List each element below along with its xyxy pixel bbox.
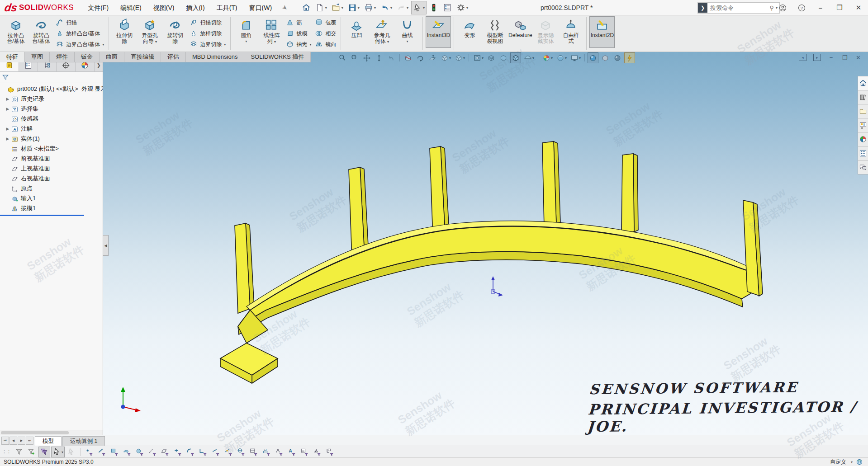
show-hidden-bodies-button[interactable]: 显示隐藏实体 [533, 16, 558, 48]
tree-item-imported[interactable]: 输入1 [0, 193, 103, 203]
filter-dimensions-icon[interactable]: 12 [261, 447, 272, 457]
menu-edit[interactable]: 编辑(E) [114, 0, 147, 15]
redo-icon[interactable]: ▾ [395, 1, 410, 14]
rollback-bar[interactable] [0, 215, 84, 216]
first-tab-icon[interactable]: ⏮ [1, 437, 9, 445]
rib-button[interactable]: 筋 [284, 17, 313, 28]
filter-planes-icon[interactable] [159, 447, 171, 457]
motion-study-tab[interactable]: 运动算例 1 [62, 436, 105, 446]
open-icon[interactable]: ▾ [330, 1, 345, 14]
indent-button[interactable]: 压凹 [344, 16, 369, 48]
filter-edges-icon[interactable] [96, 447, 108, 457]
deform-button[interactable]: 变形 [457, 16, 482, 48]
tree-item-history[interactable]: ▶历史记录 [0, 94, 103, 104]
restore-icon[interactable]: ❐ [830, 0, 849, 15]
rotate-view-icon[interactable] [415, 52, 426, 63]
user-account-icon[interactable] [773, 0, 792, 15]
select-icon[interactable]: ▾ [411, 1, 427, 14]
tree-item-material[interactable]: 材质 <未指定> [0, 144, 103, 154]
custom-properties-icon[interactable] [858, 146, 868, 160]
tree-item-origin[interactable]: 原点 [0, 184, 103, 193]
view-palette-icon[interactable] [858, 118, 868, 132]
tab-sketch[interactable]: 草图 [25, 52, 50, 62]
scrollbar-thumb[interactable] [1, 431, 69, 434]
command-search[interactable]: ❯ ⚲ ▾ [697, 2, 780, 14]
filter-options-icon[interactable] [26, 447, 38, 457]
tab-solidworks-addins[interactable]: SOLIDWORKS 插件 [244, 52, 311, 62]
swept-boss-button[interactable]: 扫描 [54, 17, 106, 28]
extruded-boss-base-button[interactable]: 拉伸凸台/基体 [3, 16, 28, 48]
design-library-icon[interactable] [858, 90, 868, 104]
tree-item-draftf[interactable]: 拔模1 [0, 203, 103, 213]
model-tab[interactable]: 模型 [35, 436, 62, 446]
last-tab-icon[interactable]: ⏭ [26, 437, 33, 445]
undo-icon[interactable]: ▾ [379, 1, 394, 14]
close-document-icon[interactable]: ✕ [855, 54, 862, 61]
tab-mbd-dimensions[interactable]: MBD Dimensions [186, 52, 244, 62]
customize-dropdown-icon[interactable]: ▾ [851, 460, 853, 464]
toggle-selection-filters-icon[interactable] [38, 447, 50, 457]
filter-midpoints-icon[interactable] [223, 447, 234, 457]
ambient-occlusion-icon[interactable] [612, 52, 623, 63]
filter-sketch-segments-icon[interactable] [210, 447, 222, 457]
minimize-icon[interactable]: − [811, 0, 830, 15]
filter-profile-icon[interactable] [185, 447, 196, 457]
intersect-button[interactable]: 相交 [313, 28, 338, 39]
filter-frames-icon[interactable] [248, 447, 260, 457]
solidworks-forum-icon[interactable] [858, 160, 868, 174]
home-icon[interactable] [300, 1, 313, 14]
menu-file[interactable]: 文件(F) [82, 0, 114, 15]
extruded-cut-button[interactable]: 拉伸切除 [112, 16, 137, 48]
web-help-globe-icon[interactable] [856, 459, 863, 465]
filter-clear-icon[interactable] [13, 447, 25, 457]
shell-button[interactable]: 抽壳▾ [284, 39, 313, 50]
next-tab-icon[interactable]: ▶ [18, 437, 25, 445]
tree-item-bodies[interactable]: ▶实体(1) [0, 134, 103, 144]
revolved-cut-button[interactable]: 旋转切除 [162, 16, 188, 48]
filter-notes-icon[interactable] [299, 447, 310, 457]
pin-menu-icon[interactable]: ➤ [280, 3, 289, 12]
tab-evaluate[interactable]: 评估 [161, 52, 186, 62]
zoom-in-out-icon[interactable] [374, 52, 384, 63]
shaded-with-edges-icon[interactable] [510, 52, 521, 63]
instant3d-button[interactable]: Instant3D [426, 16, 451, 48]
expand-arrow-icon[interactable]: ▶ [5, 97, 11, 101]
filter-corner-icon[interactable] [197, 447, 209, 457]
filter-funnel-icon[interactable] [2, 74, 9, 81]
close-icon[interactable]: ✕ [849, 0, 868, 15]
filter-axes-icon[interactable] [147, 447, 158, 457]
zoom-to-area-icon[interactable] [349, 52, 360, 63]
search-input[interactable] [709, 4, 769, 12]
filter-vertices-icon[interactable] [83, 447, 95, 457]
help-icon[interactable]: ? [792, 0, 811, 15]
tab-features[interactable]: 特征 [0, 52, 25, 62]
tree-root-part[interactable]: prt0002 (默认) <<默认>_外观 显示状 [0, 84, 103, 94]
pane-next-icon[interactable]: ► [813, 54, 821, 61]
model-break-view-button[interactable]: 模型断裂视图 [482, 16, 508, 48]
freeform-button[interactable]: 自由样式 [558, 16, 583, 48]
tree-item-plane[interactable]: 上视基准面 [0, 164, 103, 174]
instant2d-button[interactable]: Instant2D [589, 16, 615, 48]
expand-arrow-icon[interactable]: ▶ [5, 107, 11, 111]
tree-item-selsets[interactable]: ▶选择集 [0, 104, 103, 114]
normal-to-icon[interactable] [427, 52, 438, 63]
fillet-button[interactable]: 圆角▾ [233, 16, 259, 48]
tree-item-plane[interactable]: 右视基准面 [0, 174, 103, 184]
zoom-fit-icon[interactable] [337, 52, 348, 63]
options-icon[interactable]: ▾ [455, 1, 470, 14]
restore-document-icon[interactable]: ❐ [841, 54, 848, 61]
swept-cut-button[interactable]: 扫描切除 [188, 17, 228, 28]
draft-button[interactable]: 拔模 [284, 28, 313, 39]
boundary-boss-button[interactable]: 边界凸台/基体▾ [54, 39, 106, 50]
tab-weldments[interactable]: 焊件 [50, 52, 75, 62]
tree-filter-row[interactable] [0, 72, 103, 83]
defeature-button[interactable]: Defeature [508, 16, 533, 48]
filter-sketch-points-icon[interactable] [172, 447, 184, 457]
file-explorer-icon[interactable] [858, 104, 868, 118]
foot-flange[interactable] [220, 343, 278, 383]
view-orientation-icon[interactable]: ▾ [439, 52, 452, 63]
pan-icon[interactable] [361, 52, 372, 63]
new-document-icon[interactable]: ▾ [313, 1, 329, 14]
boundary-cut-button[interactable]: 边界切除▾ [188, 39, 228, 50]
instant-preview-icon[interactable] [624, 52, 635, 63]
